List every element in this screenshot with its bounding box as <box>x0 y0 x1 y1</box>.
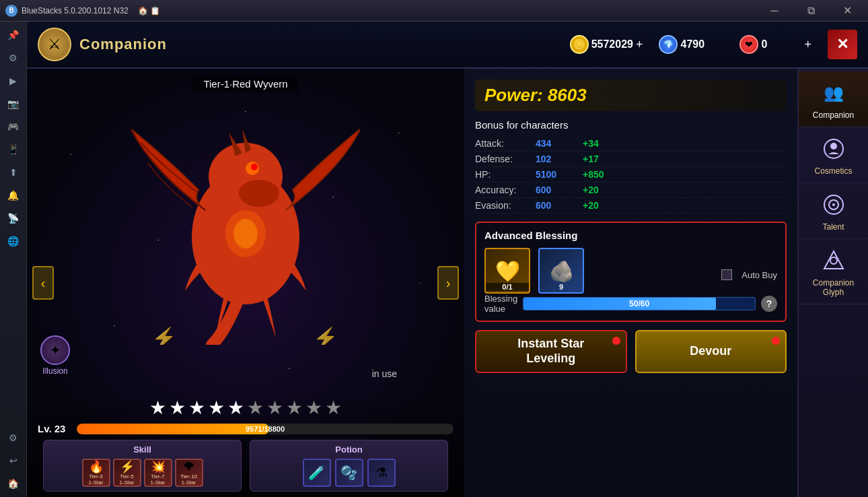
stat-bonus-hp: +850 <box>583 169 604 180</box>
skill-item-1[interactable]: 🔥 Tier-31-Star <box>82 459 110 487</box>
next-companion-button[interactable]: › <box>437 266 459 300</box>
star-6: ★ <box>247 397 264 419</box>
stat-name-hp: HP: <box>475 169 536 180</box>
cosmetics-sidebar-icon <box>819 134 848 164</box>
gold-icon: 🪙 <box>570 35 589 54</box>
window-controls: ─ ⧉ ✕ <box>759 0 863 22</box>
skill-icon-3: 💥 <box>151 459 166 474</box>
tool-radar[interactable]: 📡 <box>3 207 24 229</box>
stars-row: ★ ★ ★ ★ ★ ★ ★ ★ ★ ★ <box>38 397 454 419</box>
glyph-sidebar-icon <box>819 246 848 275</box>
bonus-title: Bonus for characters <box>475 119 787 131</box>
gold-currency: 🪙 5572029 + <box>570 35 651 54</box>
potion-item-3[interactable]: ⚗ <box>367 459 396 487</box>
auto-buy-checkbox[interactable] <box>721 269 732 280</box>
minimize-button[interactable]: ─ <box>759 0 790 22</box>
svg-marker-16 <box>824 251 843 269</box>
tool-pin[interactable]: 📌 <box>3 24 24 46</box>
power-section: Power: 8603 <box>475 79 787 111</box>
tool-settings[interactable]: ⚙ <box>3 47 24 69</box>
companion-bottom: ★ ★ ★ ★ ★ ★ ★ ★ ★ ★ Lv. 23 <box>27 391 464 497</box>
action-buttons: Instant StarLeveling Devour <box>475 330 787 373</box>
power-value: Power: 8603 <box>484 85 587 105</box>
blessing-item-2[interactable]: 🪨 9 <box>538 248 584 294</box>
svg-point-4 <box>251 164 258 170</box>
blessing-stone-icon: 🪨 <box>549 259 574 283</box>
stat-row-defense: Defense: 102 +17 <box>475 152 787 167</box>
skill-label-4: Tier-101-Star <box>180 474 197 486</box>
red-add-button[interactable]: + <box>804 38 811 52</box>
red-value: 0 <box>761 38 801 51</box>
sidebar-item-talent[interactable]: Talent <box>799 183 868 239</box>
panel-close-button[interactable]: ✕ <box>828 30 857 59</box>
potion-item-2[interactable]: 🫧 <box>335 459 363 487</box>
blessing-gem-icon: 💛 <box>495 259 520 283</box>
blessing-count-2: 9 <box>540 283 583 291</box>
talent-sidebar-label: Talent <box>822 222 844 232</box>
stat-bonus-attack: +34 <box>583 138 599 149</box>
stat-value-hp: 5100 <box>536 169 583 180</box>
companion-menu-icon: ⚔ <box>38 28 71 61</box>
skill-item-2[interactable]: ⚡ Tier-51-Star <box>113 459 141 487</box>
star-4: ★ <box>208 397 225 419</box>
prev-companion-button[interactable]: ‹ <box>32 266 54 300</box>
potion-item-1[interactable]: 🧪 <box>303 459 331 487</box>
currency-group: 🪙 5572029 + 💎 4790 ❤ 0 + ✕ <box>570 30 857 59</box>
skill-label-2: Tier-51-Star <box>120 474 135 486</box>
tool-camera[interactable]: 📷 <box>3 93 24 114</box>
svg-point-8 <box>233 219 258 249</box>
sidebar-item-glyph[interactable]: CompanionGlyph <box>799 239 868 304</box>
tool-phone[interactable]: 📱 <box>3 139 24 160</box>
sidebar-item-companion[interactable]: 👥 Companion <box>799 71 868 127</box>
right-panel-inner: Power: 8603 Bonus for characters Attack:… <box>464 69 797 384</box>
instant-star-leveling-label: Instant StarLeveling <box>517 337 584 366</box>
dragon-image: ⚡ ⚡ <box>104 89 387 345</box>
illusion-label: Illusion <box>42 366 67 376</box>
xp-bar: 9571/18800 <box>77 424 454 434</box>
close-button[interactable]: ✕ <box>832 0 863 22</box>
stat-row-attack: Attack: 434 +34 <box>475 136 787 152</box>
stat-name-accuracy: Accuracy: <box>475 185 536 195</box>
potion-tab-label: Potion <box>256 444 442 455</box>
blessing-help-button[interactable]: ? <box>761 296 777 312</box>
tool-home[interactable]: 🏠 <box>3 473 24 494</box>
star-9: ★ <box>305 397 322 419</box>
skill-item-4[interactable]: 🌪 Tier-101-Star <box>175 459 203 487</box>
devour-button[interactable]: Devour <box>635 330 787 373</box>
instant-star-leveling-button[interactable]: Instant StarLeveling <box>475 330 627 373</box>
sidebar-item-cosmetics[interactable]: Cosmetics <box>799 127 868 183</box>
tool-play[interactable]: ▶ <box>3 70 24 92</box>
potion-tab[interactable]: Potion 🧪 🫧 ⚗ <box>250 440 448 492</box>
devour-notification-dot <box>772 337 780 345</box>
gold-add-button[interactable]: + <box>636 38 643 52</box>
skill-items: 🔥 Tier-31-Star ⚡ Tier-51-Star 💥 Tier-71- <box>49 459 236 487</box>
app-logo: B <box>5 5 17 17</box>
top-bar: ⚔ Companion 🪙 5572029 + 💎 4790 ❤ 0 + <box>27 22 868 69</box>
left-sidebar: 📌 ⚙ ▶ 📷 🎮 📱 ⬆ 🔔 📡 🌐 ⚙ ↩ 🏠 <box>0 22 27 497</box>
tool-globe[interactable]: 🌐 <box>3 230 24 252</box>
blessing-item-1[interactable]: 💛 0/1 <box>484 248 530 294</box>
tool-gamepad[interactable]: 🎮 <box>3 116 24 137</box>
skill-tab[interactable]: Skill 🔥 Tier-31-Star ⚡ Tier-51-Star <box>43 440 242 492</box>
content-row: Tier-1·Red Wyvern <box>27 69 868 497</box>
tool-gear-bottom[interactable]: ⚙ <box>3 427 24 449</box>
svg-point-2 <box>239 180 279 207</box>
tool-upload[interactable]: ⬆ <box>3 162 24 183</box>
blue-currency: 💎 4790 <box>659 35 731 54</box>
devour-label: Devour <box>690 344 731 359</box>
skill-item-3[interactable]: 💥 Tier-71-Star <box>144 459 172 487</box>
tool-back[interactable]: ↩ <box>3 450 24 471</box>
stat-bonus-accuracy: +20 <box>583 185 599 195</box>
illusion-icon[interactable]: ✦ <box>40 335 70 365</box>
stat-row-hp: HP: 5100 +850 <box>475 167 787 183</box>
restore-button[interactable]: ⧉ <box>795 0 826 22</box>
blessing-section: Advanced Blessing 💛 0/1 🪨 9 <box>475 222 787 322</box>
stat-value-accuracy: 600 <box>536 185 583 195</box>
star-2: ★ <box>169 397 186 419</box>
auto-buy-label: Auto Buy <box>742 270 777 280</box>
tool-bell[interactable]: 🔔 <box>3 185 24 206</box>
level-label: Lv. 23 <box>38 423 71 434</box>
stat-name-attack: Attack: <box>475 138 536 149</box>
skill-icon-1: 🔥 <box>89 459 104 474</box>
page-title: Companion <box>79 36 167 53</box>
